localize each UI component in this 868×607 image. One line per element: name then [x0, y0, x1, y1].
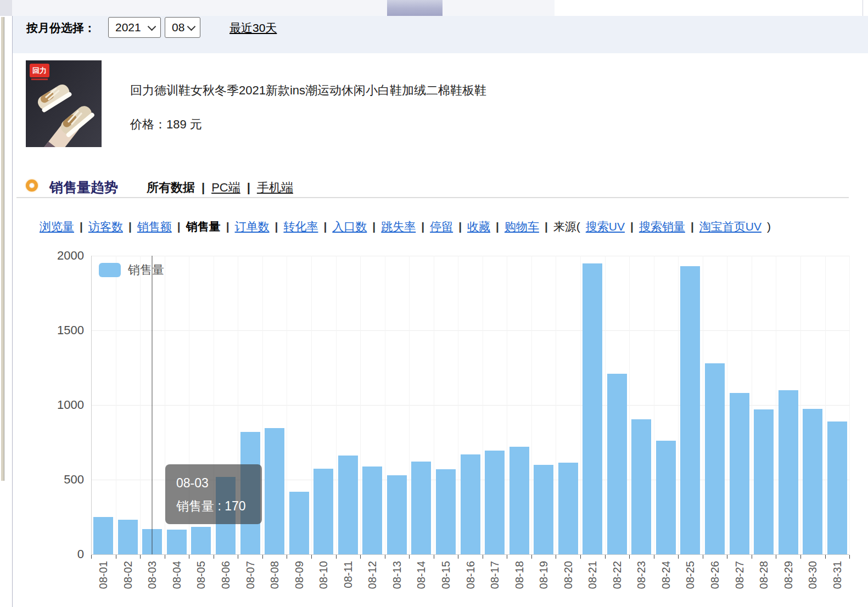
bar-08-19[interactable]	[534, 465, 553, 554]
metric-link[interactable]: 跳失率	[381, 219, 416, 234]
top-tab-2[interactable]	[108, 0, 213, 16]
x-axis-label: 08-21	[586, 561, 598, 589]
bar-08-03[interactable]	[142, 529, 162, 554]
top-tab-7[interactable]	[499, 0, 555, 16]
bar-08-17[interactable]	[485, 451, 505, 554]
tab-pc[interactable]: PC端	[211, 179, 240, 196]
x-axis-label: 08-08	[268, 561, 281, 589]
gridline	[238, 256, 238, 554]
bar-08-26[interactable]	[705, 363, 725, 554]
bar-08-30[interactable]	[803, 409, 822, 554]
top-tab-active[interactable]	[387, 0, 443, 16]
top-tab-4[interactable]	[300, 0, 388, 16]
gridline	[360, 256, 361, 554]
x-axis-label: 08-04	[171, 561, 183, 589]
separator: |	[128, 220, 132, 233]
x-axis-label: 08-13	[391, 561, 403, 589]
product-image[interactable]: 回力	[26, 60, 102, 147]
source-link[interactable]: 淘宝首页UV	[699, 219, 761, 234]
chart-legend[interactable]: 销售量	[99, 262, 164, 278]
metric-link[interactable]: 浏览量	[40, 219, 74, 234]
bar-08-06[interactable]	[216, 477, 236, 554]
tab-all-data[interactable]: 所有数据	[147, 179, 195, 196]
bar-08-10[interactable]	[313, 469, 333, 554]
bar-08-22[interactable]	[607, 374, 627, 554]
tab-mobile[interactable]: 手机端	[257, 179, 293, 196]
separator: |	[421, 220, 424, 233]
month-select[interactable]: 08	[165, 17, 200, 38]
x-axis-tick	[140, 555, 141, 559]
recent-30-days-link[interactable]: 最近30天	[229, 20, 277, 36]
bar-08-11[interactable]	[338, 456, 358, 554]
source-link[interactable]: 搜索销量	[639, 219, 685, 234]
x-axis-tick	[556, 555, 556, 559]
x-axis-label: 08-17	[489, 561, 501, 589]
bar-08-13[interactable]	[387, 475, 407, 554]
x-axis-tick	[311, 555, 312, 559]
x-axis-tick	[238, 555, 238, 559]
metric-link[interactable]: 入口数	[332, 219, 367, 234]
bar-08-09[interactable]	[289, 492, 309, 554]
bar-08-31[interactable]	[827, 421, 847, 554]
metric-link[interactable]: 订单数	[235, 219, 270, 234]
bar-08-28[interactable]	[754, 409, 774, 554]
gridline	[752, 256, 752, 554]
bar-08-14[interactable]	[411, 462, 431, 554]
x-axis-tick	[458, 555, 458, 559]
sidebar-accent-strip	[1, 17, 4, 481]
separator: |	[80, 220, 83, 233]
bar-08-21[interactable]	[583, 263, 602, 554]
x-axis-label: 08-18	[513, 561, 525, 589]
top-tab-3[interactable]	[212, 0, 300, 16]
bar-08-16[interactable]	[461, 454, 480, 554]
bar-08-25[interactable]	[680, 266, 700, 554]
x-axis-tick	[262, 555, 263, 559]
x-axis-tick	[800, 555, 801, 559]
metric-link[interactable]: 转化率	[283, 219, 318, 234]
bar-08-24[interactable]	[656, 441, 676, 554]
x-axis-label: 08-23	[635, 561, 647, 589]
source-link[interactable]: 搜索UV	[586, 219, 625, 234]
chart-tooltip: 08-03 销售量 : 170	[165, 464, 262, 524]
x-axis-label: 08-02	[122, 561, 134, 589]
bar-08-07[interactable]	[240, 432, 260, 554]
bar-08-04[interactable]	[167, 530, 187, 554]
x-axis-label: 08-19	[537, 561, 550, 589]
metric-link[interactable]: 销售额	[137, 219, 172, 234]
bar-08-23[interactable]	[631, 419, 651, 554]
x-axis-tick	[409, 555, 410, 559]
x-axis-label: 08-03	[146, 561, 158, 589]
gridline	[165, 256, 165, 554]
gridline	[311, 256, 312, 554]
year-select[interactable]: 2021	[108, 17, 161, 38]
bar-08-20[interactable]	[558, 463, 578, 554]
separator: |	[323, 220, 327, 233]
chevron-down-icon	[148, 22, 156, 31]
y-axis-label: 2000	[32, 249, 84, 262]
metric-link[interactable]: 收藏	[467, 219, 490, 234]
x-axis-tick	[703, 555, 703, 559]
bar-08-08[interactable]	[265, 428, 284, 554]
metric-link[interactable]: 停留	[430, 219, 453, 234]
bar-08-05[interactable]	[191, 527, 211, 554]
metric-active[interactable]: 销售量	[186, 219, 221, 234]
top-tab-1[interactable]	[12, 0, 108, 16]
legend-swatch[interactable]	[99, 263, 121, 277]
bar-08-15[interactable]	[436, 469, 456, 554]
metric-link[interactable]: 购物车	[505, 219, 539, 234]
bar-08-12[interactable]	[362, 467, 382, 554]
x-axis-tick	[727, 555, 727, 559]
bar-08-02[interactable]	[118, 520, 138, 554]
bar-08-01[interactable]	[93, 517, 113, 554]
x-axis-tick	[849, 555, 850, 559]
bar-08-29[interactable]	[779, 390, 798, 554]
bar-08-27[interactable]	[730, 393, 749, 554]
x-axis-label: 08-09	[293, 561, 305, 589]
x-axis-label: 08-31	[831, 561, 843, 589]
bar-08-18[interactable]	[509, 447, 529, 554]
top-tab-6[interactable]	[443, 0, 499, 16]
x-axis-label: 08-22	[611, 561, 623, 589]
x-axis-line	[91, 554, 849, 555]
x-axis-tick	[580, 555, 581, 559]
metric-link[interactable]: 访客数	[88, 219, 123, 234]
